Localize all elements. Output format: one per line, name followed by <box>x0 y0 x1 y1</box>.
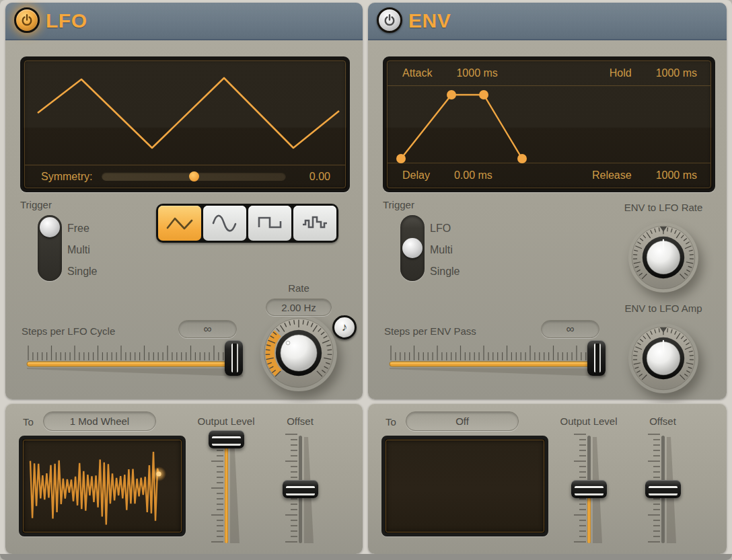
env-power-button[interactable] <box>377 7 402 33</box>
triangle-wave-icon <box>165 213 194 233</box>
lfo-trigger-switch[interactable] <box>38 215 62 281</box>
env-destination-select[interactable]: Off <box>406 411 519 431</box>
env-trigger-switch[interactable] <box>400 215 425 281</box>
delay-value[interactable]: 0.00 ms <box>454 169 492 182</box>
lfo-destination-select[interactable]: 1 Mod Wheel <box>43 411 156 431</box>
lfo-wave-curve[interactable] <box>24 62 349 167</box>
env-steps-label: Steps per ENV Pass <box>384 325 476 337</box>
waveform-button-triangle[interactable] <box>158 206 201 241</box>
env-to-label: To <box>386 416 396 428</box>
square-wave-icon <box>255 213 285 233</box>
hold-value[interactable]: 1000 ms <box>656 67 697 79</box>
power-icon <box>382 13 397 28</box>
env-to-lfo-rate-knob[interactable] <box>628 223 698 292</box>
waveform-button-sine[interactable] <box>203 206 246 241</box>
lfo-header: LFO <box>5 3 363 40</box>
release-label: Release <box>592 169 632 182</box>
power-icon <box>20 13 34 28</box>
lfo-panel: LFO Symmetry: 0.00 Trigger Free Multi Si… <box>5 3 363 399</box>
lfo-output-display <box>19 436 186 536</box>
lfo-steps-slider[interactable] <box>26 337 268 381</box>
env-offset-handle[interactable] <box>645 480 681 498</box>
lfo-trigger-switch-knob[interactable] <box>40 217 60 237</box>
rate-knob[interactable] <box>260 315 337 391</box>
env-curve[interactable] <box>387 86 714 167</box>
lfo-title: LFO <box>46 9 87 32</box>
env-offset-label: Offset <box>616 415 710 427</box>
lfo-trigger-label: Trigger <box>20 199 52 210</box>
env-offset-slider[interactable] <box>637 430 680 549</box>
env-trigger-switch-knob[interactable] <box>402 238 423 258</box>
env-output-panel: To Off Output Level Offset <box>368 403 727 554</box>
env-to-lfo-amp-label: ENV to LFO Amp <box>606 303 721 314</box>
symmetry-row: Symmetry: 0.00 <box>25 165 345 188</box>
env-bottom-values: Delay 0.00 ms Release 1000 ms <box>388 163 710 188</box>
output-cursor-dot <box>156 471 161 476</box>
lfo-steps-label: Steps per LFO Cycle <box>22 325 115 337</box>
env-title: ENV <box>408 9 451 32</box>
lfo-waveform-buttons <box>156 204 338 243</box>
hold-label: Hold <box>610 67 632 79</box>
env-trigger-options: LFO Multi Single <box>430 223 460 287</box>
trigger-option-multi[interactable]: Multi <box>430 244 460 266</box>
lfo-output-panel: To 1 Mod Wheel Output Level Offset <box>5 403 363 554</box>
env-output-level-handle[interactable] <box>571 480 607 498</box>
note-icon: ♪ <box>342 321 348 334</box>
env-header: ENV <box>368 3 727 40</box>
lfo-power-button[interactable] <box>14 7 40 33</box>
rate-sync-note-button[interactable]: ♪ <box>332 315 357 339</box>
symmetry-slider-thumb[interactable] <box>189 171 199 182</box>
release-value[interactable]: 1000 ms <box>656 169 697 182</box>
env-point-release[interactable] <box>517 154 527 163</box>
trigger-option-single[interactable]: Single <box>67 266 97 287</box>
delay-label: Delay <box>402 169 430 182</box>
lfo-to-label: To <box>23 416 34 428</box>
lfo-offset-slider[interactable] <box>274 430 318 549</box>
env-steps-value-field[interactable]: ∞ <box>541 320 599 338</box>
attack-value[interactable]: 1000 ms <box>456 67 497 79</box>
rate-label: Rate <box>272 282 326 294</box>
symmetry-value: 0.00 <box>309 171 330 183</box>
attack-label: Attack <box>402 67 432 79</box>
trigger-option-lfo[interactable]: LFO <box>430 223 460 244</box>
lfo-output-level-handle[interactable] <box>209 430 244 448</box>
waveform-button-sample-hold[interactable] <box>293 206 336 241</box>
env-display: Attack 1000 ms Hold 1000 ms Delay 0.00 m… <box>383 56 715 192</box>
lfo-offset-label: Offset <box>253 415 347 427</box>
env-steps-slider[interactable] <box>388 337 630 381</box>
env-output-level-slider[interactable] <box>563 430 606 549</box>
lfo-trigger-options: Free Multi Single <box>67 223 97 287</box>
env-output-display <box>381 436 548 536</box>
env-to-lfo-amp-knob[interactable] <box>628 323 698 393</box>
rate-knob-indicator <box>286 341 290 345</box>
env-to-lfo-rate-label: ENV to LFO Rate <box>606 202 721 213</box>
lfo-steps-slider-handle[interactable] <box>225 340 243 376</box>
waveform-button-square[interactable] <box>248 206 291 241</box>
symmetry-slider[interactable] <box>102 172 286 181</box>
env-trigger-label: Trigger <box>383 199 414 210</box>
sample-hold-wave-icon <box>300 213 330 233</box>
env-top-values: Attack 1000 ms Hold 1000 ms <box>388 61 710 86</box>
modulator-plugin-window: LFO Symmetry: 0.00 Trigger Free Multi Si… <box>0 0 732 560</box>
env-point-hold[interactable] <box>479 90 488 99</box>
trigger-option-multi[interactable]: Multi <box>67 244 97 266</box>
env-steps-slider-handle[interactable] <box>587 340 606 376</box>
env-panel: ENV Attack 1000 ms Hold 1000 ms <box>368 3 727 399</box>
trigger-option-single[interactable]: Single <box>430 266 460 287</box>
env-point-attack[interactable] <box>447 90 456 99</box>
lfo-steps-value-field[interactable]: ∞ <box>178 320 237 338</box>
lfo-output-level-slider[interactable] <box>200 430 244 549</box>
env-point-delay[interactable] <box>396 154 406 163</box>
lfo-waveform-display: Symmetry: 0.00 <box>20 56 350 192</box>
lfo-offset-handle[interactable] <box>283 480 318 498</box>
symmetry-label: Symmetry: <box>41 171 92 183</box>
lfo-output-history-curve <box>30 452 159 524</box>
window-bottom-edge <box>0 554 732 560</box>
rate-value-field[interactable]: 2.00 Hz <box>266 298 332 316</box>
sine-wave-icon <box>210 213 240 233</box>
trigger-option-free[interactable]: Free <box>67 223 97 244</box>
